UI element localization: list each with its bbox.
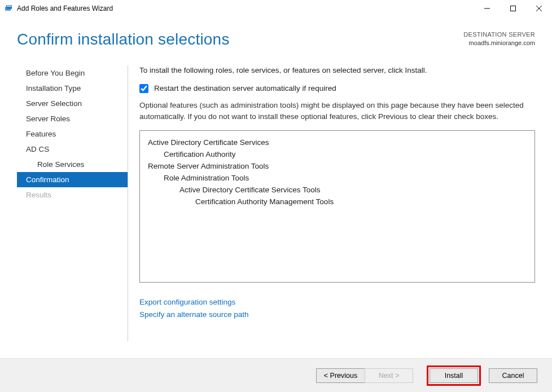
nav-item-ad-cs[interactable]: AD CS: [17, 142, 128, 157]
install-button-highlight: Install: [427, 365, 481, 386]
wizard-content: To install the following roles, role ser…: [139, 65, 535, 342]
svg-rect-2: [7, 6, 11, 7]
wizard-nav: Before You BeginInstallation TypeServer …: [17, 65, 128, 342]
intro-text: To install the following roles, role ser…: [139, 65, 535, 76]
nav-item-role-services[interactable]: Role Services: [17, 157, 128, 172]
destination-block: DESTINATION SERVER moadfs.miniorange.com: [463, 30, 535, 48]
window-controls: [474, 0, 552, 17]
nav-item-installation-type[interactable]: Installation Type: [17, 81, 128, 96]
restart-checkbox[interactable]: [139, 84, 148, 93]
nav-item-server-selection[interactable]: Server Selection: [17, 96, 128, 111]
server-manager-icon: [5, 4, 14, 13]
restart-label: Restart the destination server automatic…: [154, 84, 336, 93]
vertical-divider: [128, 65, 128, 342]
page-header: Confirm installation selections DESTINAT…: [0, 17, 552, 49]
destination-name: moadfs.miniorange.com: [463, 39, 535, 47]
install-selections-box[interactable]: Active Directory Certificate ServicesCer…: [139, 130, 535, 283]
wizard-footer: < Previous Next > Install Cancel: [0, 358, 552, 392]
minimize-button[interactable]: [474, 0, 500, 17]
nav-item-results: Results: [17, 187, 128, 202]
install-item[interactable]: Certification Authority: [148, 148, 527, 160]
optional-features-note: Optional features (such as administratio…: [139, 100, 535, 123]
export-config-link[interactable]: Export configuration settings: [139, 296, 535, 309]
next-button: Next >: [365, 368, 413, 383]
previous-button[interactable]: < Previous: [316, 368, 365, 383]
install-item[interactable]: Role Administration Tools: [148, 172, 527, 184]
install-item[interactable]: Active Directory Certificate Services To…: [148, 184, 527, 196]
svg-rect-4: [511, 6, 516, 11]
cancel-button[interactable]: Cancel: [489, 368, 537, 383]
page-title: Confirm installation selections: [17, 30, 463, 49]
install-item[interactable]: Active Directory Certificate Services: [148, 136, 527, 148]
nav-item-features[interactable]: Features: [17, 126, 128, 142]
alternate-source-link[interactable]: Specify an alternate source path: [139, 309, 535, 321]
window-titlebar: Add Roles and Features Wizard: [0, 0, 552, 17]
action-links: Export configuration settings Specify an…: [139, 296, 535, 320]
window-title: Add Roles and Features Wizard: [17, 5, 474, 12]
restart-checkbox-row[interactable]: Restart the destination server automatic…: [139, 84, 535, 93]
install-item[interactable]: Certification Authority Management Tools: [148, 196, 527, 208]
nav-item-server-roles[interactable]: Server Roles: [17, 111, 128, 126]
destination-label: DESTINATION SERVER: [463, 30, 535, 39]
nav-button-group: < Previous Next >: [316, 368, 413, 383]
maximize-button[interactable]: [500, 0, 526, 17]
install-button[interactable]: Install: [430, 368, 478, 383]
install-item[interactable]: Remote Server Administration Tools: [148, 160, 527, 172]
close-button[interactable]: [526, 0, 552, 17]
nav-item-confirmation[interactable]: Confirmation: [17, 172, 128, 187]
nav-item-before-you-begin[interactable]: Before You Begin: [17, 65, 128, 81]
